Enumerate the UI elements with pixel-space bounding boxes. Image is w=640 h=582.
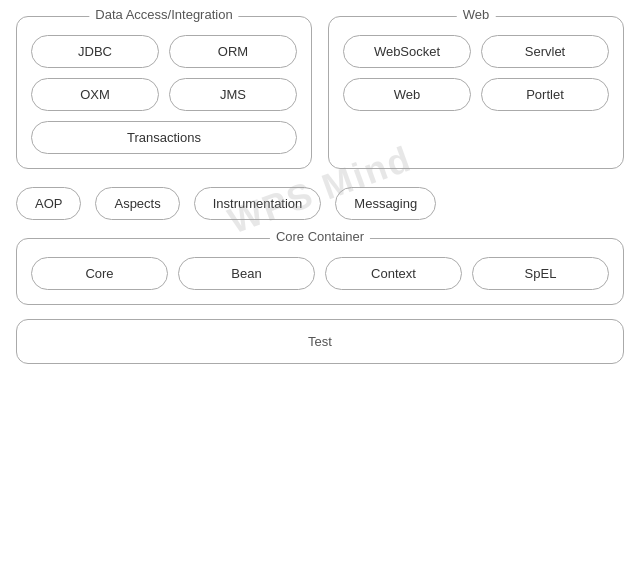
orm-pill: ORM [169, 35, 297, 68]
servlet-pill: Servlet [481, 35, 609, 68]
aspects-pill: Aspects [95, 187, 179, 220]
bean-pill: Bean [178, 257, 315, 290]
top-row: Data Access/Integration JDBC ORM OXM JMS… [16, 16, 624, 169]
context-pill: Context [325, 257, 462, 290]
aop-pill: AOP [16, 187, 81, 220]
web-label: Web [457, 7, 496, 22]
core-grid: Core Bean Context SpEL [31, 257, 609, 290]
core-container-section: Core Container Core Bean Context SpEL [16, 238, 624, 305]
instrumentation-pill: Instrumentation [194, 187, 322, 220]
websocket-pill: WebSocket [343, 35, 471, 68]
spring-diagram: Data Access/Integration JDBC ORM OXM JMS… [16, 16, 624, 364]
messaging-pill: Messaging [335, 187, 436, 220]
test-section: Test [16, 319, 624, 364]
data-access-section: Data Access/Integration JDBC ORM OXM JMS… [16, 16, 312, 169]
web-pill: Web [343, 78, 471, 111]
data-access-grid: JDBC ORM OXM JMS Transactions [31, 35, 297, 154]
transactions-pill: Transactions [31, 121, 297, 154]
portlet-pill: Portlet [481, 78, 609, 111]
spel-pill: SpEL [472, 257, 609, 290]
web-section: Web WebSocket Servlet Web Portlet [328, 16, 624, 169]
jdbc-pill: JDBC [31, 35, 159, 68]
web-grid: WebSocket Servlet Web Portlet [343, 35, 609, 111]
core-pill: Core [31, 257, 168, 290]
jms-pill: JMS [169, 78, 297, 111]
data-access-label: Data Access/Integration [89, 7, 238, 22]
oxm-pill: OXM [31, 78, 159, 111]
middle-row: AOP Aspects Instrumentation Messaging [16, 183, 624, 224]
core-container-label: Core Container [270, 229, 370, 244]
